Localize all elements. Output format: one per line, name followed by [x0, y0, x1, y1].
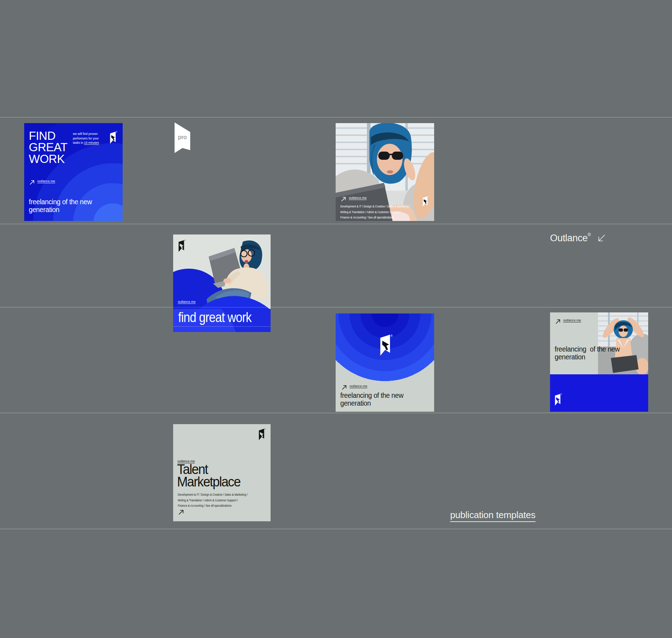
arrow-sw-icon	[597, 233, 606, 243]
grid-line	[0, 224, 672, 224]
publication-templates-link[interactable]: publication templates	[450, 510, 535, 522]
arrow-ne-icon	[177, 509, 185, 516]
svg-text:®: ®	[390, 334, 393, 338]
domain-link: outlance.me	[178, 300, 196, 304]
svg-text:®: ®	[428, 196, 429, 198]
outlance-logo-icon: ®	[258, 428, 266, 441]
svg-text:®: ®	[116, 131, 117, 133]
card-tagline: freelancing of the new generation	[340, 391, 434, 407]
grid-line	[0, 413, 672, 413]
outlance-logo-icon: ®	[554, 393, 562, 407]
card-grid-line	[173, 326, 271, 327]
outlance-logo-icon: ®	[379, 333, 393, 358]
photo-woman-arms-up	[598, 312, 648, 374]
svg-text:®: ®	[561, 393, 562, 395]
card-heading: FIND GREAT WORK	[29, 130, 68, 164]
template-card-split-photo: outlance.me freelancing of the new gener…	[550, 312, 648, 412]
pro-ribbon-badge: pro	[174, 122, 191, 154]
arrow-ne-icon	[555, 318, 561, 325]
card-title: Talent Marketplace	[177, 463, 271, 489]
arrow-ne-icon	[341, 384, 347, 391]
outlance-logo-icon: ®	[109, 131, 118, 145]
domain-link: outlance.me	[341, 384, 367, 391]
template-card-find-great-work-blue: FIND GREAT WORK we will find proven perf…	[24, 123, 123, 221]
page-canvas: FIND GREAT WORK we will find proven perf…	[0, 0, 672, 638]
card-promo-text: we will find proven performers for your …	[73, 132, 102, 145]
arrow-ne-icon	[340, 196, 347, 202]
specializations-list: Development & IT / Design & Creative / S…	[178, 492, 271, 509]
template-card-find-great-work-photo: ® outlance.me find great work	[173, 234, 271, 332]
specializations-list: Development & IT / Design & Creative / S…	[340, 204, 434, 221]
grid-line	[0, 529, 672, 529]
svg-text:®: ®	[184, 239, 186, 242]
outlance-logo-icon: ®	[178, 239, 186, 253]
svg-text:®: ®	[265, 428, 266, 430]
card-title: find great work	[178, 310, 261, 325]
card-tagline: freelancing of the new generation	[29, 198, 123, 213]
domain-link: outlance.me	[555, 318, 581, 325]
grid-line	[0, 117, 672, 117]
promo-link-15-minutes: 15 minutes	[84, 141, 99, 144]
template-card-radar-rings: ® outlance.me freelancing of the new gen…	[336, 313, 434, 412]
domain-link: outlance.me	[340, 196, 367, 202]
card-tagline: freelancing of the new generation	[555, 345, 648, 361]
domain-link: outlance.me	[29, 179, 55, 186]
pro-label: pro	[174, 134, 191, 141]
arrow-ne-icon	[29, 179, 35, 186]
blue-band	[550, 374, 648, 412]
outlance-logo-icon: ®	[421, 196, 430, 207]
brand-name: Outlance®	[550, 232, 591, 244]
card-grid-line	[173, 307, 271, 307]
brand-wordmark[interactable]: Outlance®	[550, 232, 606, 244]
grid-line	[0, 307, 672, 307]
template-card-talent-marketplace: ® outlance.me Talent Marketplace Develop…	[173, 424, 271, 521]
template-card-photo-specializations: outlance.me Development & IT / Design & …	[336, 123, 434, 221]
